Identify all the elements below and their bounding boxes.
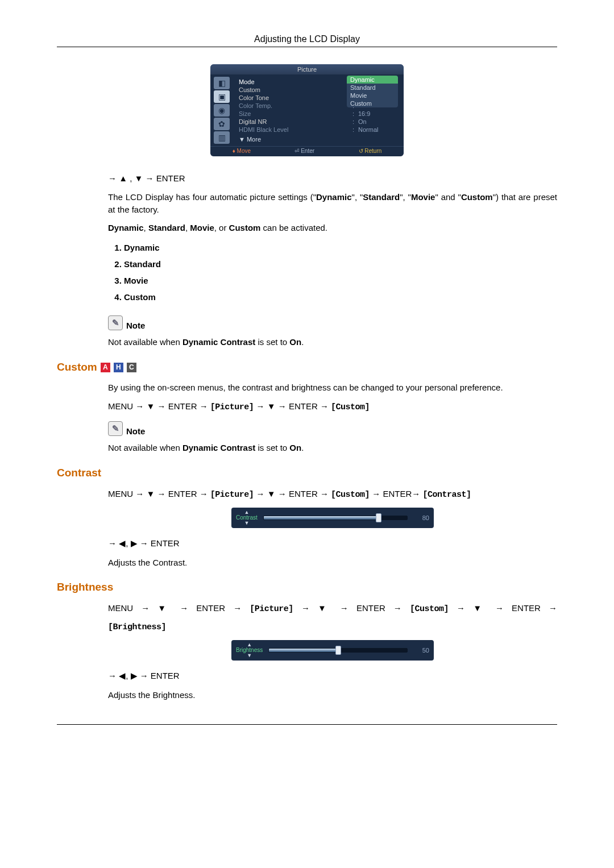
osd-title: Picture	[210, 64, 404, 74]
osd-row-hdmiblack: HDMI Black Level	[239, 126, 352, 133]
slider-label: Contrast	[236, 515, 258, 521]
osd-tab-setup-icon: ✿	[214, 118, 230, 130]
contrast-slider-panel: ▲ Contrast ▼ 80	[231, 508, 434, 528]
custom-menu-path: MENU → ▼ → ENTER → [Picture] → ▼ → ENTER…	[108, 400, 557, 414]
osd-sidebar: ◧ ▣ ◉ ✿ ▥	[210, 74, 233, 146]
osd-row-mode: Mode	[239, 78, 352, 85]
osd-dropdown-selected: Dynamic	[347, 76, 398, 84]
note-icon: ✎	[108, 421, 123, 436]
list-item: Standard	[124, 256, 557, 272]
down-arrow-icon: ▼	[244, 521, 249, 526]
osd-tab-input-icon: ◧	[214, 77, 230, 89]
note-label: Note	[126, 426, 145, 436]
osd-row-size: Size	[239, 110, 352, 117]
osd-dropdown-item: Custom	[347, 99, 398, 107]
desc-activation: Dynamic, Standard, Movie, or Custom can …	[108, 222, 557, 234]
page-header: Adjusting the LCD Display	[57, 34, 557, 47]
osd-dropdown-item: Standard	[347, 84, 398, 92]
osd-more: ▼ More	[239, 134, 398, 143]
brightness-menu-path: MENU → ▼ → ENTER → [Picture] → ▼ → ENTER…	[108, 601, 557, 616]
osd-row-colortone: Color Tone	[239, 94, 352, 101]
osd-dropdown-item: Movie	[347, 92, 398, 99]
osd-panel: Picture ◧ ▣ ◉ ✿ ▥ Mode: Custom: Color To…	[210, 64, 404, 156]
mode-list: Dynamic Standard Movie Custom	[108, 239, 557, 305]
contrast-menu-path: MENU → ▼ → ENTER → [Picture] → ▼ → ENTER…	[108, 487, 557, 502]
osd-row-colortemp: Color Temp.	[239, 102, 352, 109]
slider-value: 80	[413, 514, 429, 521]
custom-note-text: Not available when Dynamic Contrast is s…	[108, 442, 557, 454]
nav-instruction: → ▲ , ▼ → ENTER	[108, 173, 557, 183]
note-text: Not available when Dynamic Contrast is s…	[108, 336, 557, 348]
desc-modes: The LCD Display has four automatic pictu…	[108, 191, 557, 216]
contrast-desc: Adjusts the Contrast.	[108, 556, 557, 569]
note-label: Note	[126, 321, 145, 330]
nav-instruction: → ◀, ▶ → ENTER	[108, 538, 557, 549]
osd-tab-picture-icon: ▣	[214, 90, 230, 103]
badge-h-icon: H	[114, 363, 123, 372]
nav-instruction: → ◀, ▶ → ENTER	[108, 671, 557, 681]
section-heading-custom: Custom A H C	[57, 361, 557, 373]
osd-tab-sound-icon: ◉	[214, 104, 230, 117]
osd-mode-dropdown: Dynamic Standard Movie Custom	[347, 76, 398, 107]
badge-a-icon: A	[101, 363, 110, 372]
list-item: Movie	[124, 272, 557, 289]
slider-value: 50	[413, 647, 429, 654]
osd-footer: ♦ Move ⏎ Enter ↺ Return	[210, 146, 404, 156]
badge-c-icon: C	[127, 363, 136, 372]
list-item: Dynamic	[124, 239, 557, 256]
slider-fill	[269, 649, 338, 652]
section-heading-brightness: Brightness	[57, 581, 557, 593]
footer-rule	[57, 724, 557, 725]
brightness-slider-panel: ▲ Brightness ▼ 50	[231, 640, 434, 661]
note-icon: ✎	[108, 315, 123, 330]
custom-desc: By using the on-screen menus, the contra…	[108, 381, 557, 394]
section-heading-contrast: Contrast	[57, 467, 557, 479]
osd-row-digitalnr: Digital NR	[239, 118, 352, 125]
brightness-path-end: [Brightness]	[108, 622, 166, 632]
osd-row-custom: Custom	[239, 86, 352, 93]
slider-thumb	[376, 513, 381, 522]
slider-thumb	[335, 646, 341, 655]
list-item: Custom	[124, 289, 557, 305]
down-arrow-icon: ▼	[247, 653, 252, 658]
brightness-desc: Adjusts the Brightness.	[108, 689, 557, 701]
osd-tab-multi-icon: ▥	[214, 131, 230, 144]
slider-fill	[264, 516, 379, 520]
